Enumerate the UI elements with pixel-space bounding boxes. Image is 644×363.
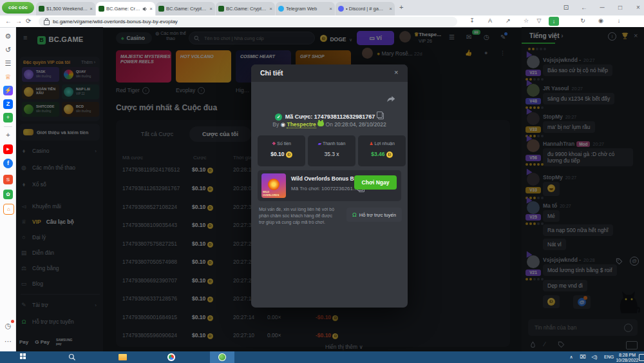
live-support-button[interactable]: Ω Hỗ trợ trực tuyến: [346, 208, 402, 222]
tab-close-icon[interactable]: ×: [269, 6, 272, 12]
tray-chevron-icon[interactable]: ∧: [567, 353, 576, 362]
bcgame-favicon: [218, 6, 224, 12]
coin-icon: Ð: [386, 152, 393, 158]
profit-icon: ♟: [369, 141, 373, 146]
facebook-icon[interactable]: f: [3, 159, 13, 168]
crown-bookmark-icon[interactable]: ♕: [3, 72, 13, 82]
cart-app-icon[interactable]: ⌂: [3, 204, 14, 215]
money-icon: ❖: [272, 141, 276, 146]
pip-icon[interactable]: ⊡: [559, 0, 573, 15]
settings-gear-icon[interactable]: ⚙: [3, 32, 13, 41]
share-bet-icon[interactable]: [386, 95, 395, 103]
chrome-icon[interactable]: [167, 353, 175, 361]
stat-profit: ♟ Lợi nhuận $3.46 Ð: [358, 135, 406, 166]
clock[interactable]: 8:28 PM10/28/2022: [616, 353, 639, 363]
frog-badge-icon: [317, 121, 324, 126]
bet-datetime: 20:28:04, 28/10/2022: [334, 121, 386, 128]
game-card: WILD OVERLORDS Wild Overlords Bonus Buy …: [258, 170, 401, 201]
reload-icon[interactable]: ⟳: [26, 17, 31, 25]
game-thumbnail[interactable]: WILD OVERLORDS: [261, 173, 286, 198]
tab-close-icon[interactable]: ×: [149, 6, 153, 12]
browser-tab-3[interactable]: BC.Game: Crypto Casino Gan ×: [156, 2, 215, 15]
page-url: bc.game/vi/game/wild-overlords-bonus-buy…: [53, 19, 178, 25]
browser-tab-5[interactable]: Telegram Web ×: [276, 2, 335, 15]
start-button[interactable]: [18, 353, 27, 362]
play-now-button[interactable]: Chơi Ngay: [354, 175, 397, 190]
copy-icon[interactable]: [378, 113, 384, 119]
shield-icon[interactable]: ▽: [535, 17, 544, 24]
tab-close-icon[interactable]: ×: [90, 6, 93, 12]
modal-bet-id: 1747938112632981767: [314, 113, 375, 120]
headset-icon: Ω: [352, 211, 357, 218]
shopee-icon[interactable]: S: [3, 175, 13, 184]
game-title: Wild Overlords Bonus Buy: [291, 175, 353, 182]
browser-tab-1[interactable]: $1,500 Weekend Evoplay Mu ×: [36, 2, 95, 15]
lock-icon: [44, 20, 50, 25]
browser-tab-6[interactable]: • Discord | # games | BC G ×: [336, 2, 395, 15]
profile-icon[interactable]: ◉: [596, 17, 605, 24]
save-page-icon[interactable]: ↧: [468, 17, 477, 24]
wallet-icon: ▰: [318, 141, 321, 146]
person-icon: ◉: [281, 121, 285, 128]
tab-close-icon[interactable]: ×: [329, 6, 332, 12]
verified-check-icon: ✓: [275, 113, 282, 121]
action-center-icon[interactable]: [639, 354, 644, 361]
support-note: Mọi vấn đề, xin vui lòng liên hệ với bộ …: [259, 206, 336, 226]
zalo-icon[interactable]: Z: [3, 99, 13, 109]
maximize-button[interactable]: □: [613, 0, 627, 15]
close-button[interactable]: ×: [631, 0, 644, 15]
downloads-tray-icon[interactable]: ↓: [614, 17, 623, 24]
coccoc-icon[interactable]: [218, 353, 226, 361]
back-icon[interactable]: ←: [5, 17, 12, 25]
add-shortcut-icon[interactable]: +: [3, 130, 13, 140]
notification-bell-icon[interactable]: ◷: [3, 321, 13, 331]
bet-author-row: By ◉ Thespectre On 20:28:04, 28/10/2022: [251, 121, 408, 128]
translate-icon[interactable]: A: [486, 17, 495, 24]
stat-payout: ▰ Thanh toán 35.3 x: [308, 135, 355, 166]
game-id: 10072236261...: [321, 186, 357, 191]
tab-close-icon[interactable]: ×: [389, 6, 392, 12]
youtube-icon[interactable]: ▶: [3, 144, 13, 154]
taskbar-search-icon[interactable]: [68, 353, 76, 361]
coccoc-logo[interactable]: cốc cốc: [2, 2, 34, 14]
telegram-favicon: [278, 6, 284, 12]
forward-icon[interactable]: →: [15, 17, 22, 25]
input-language[interactable]: ENG: [604, 355, 614, 360]
player-link[interactable]: Thespectre: [287, 121, 316, 128]
volume-icon[interactable]: ◁): [590, 353, 599, 362]
browser-tab-4[interactable]: BC.Game: Crypto Casino Gan ×: [216, 2, 275, 15]
minimize-button[interactable]: ─: [595, 0, 609, 15]
windows-taskbar: [0, 351, 644, 363]
browser-tab-2-active[interactable]: BC.Game: Crypto Casino ×: [96, 2, 155, 15]
network-icon[interactable]: ⌧: [578, 353, 587, 362]
sidebar-toggle-icon[interactable]: ←: [577, 0, 591, 15]
file-explorer-icon[interactable]: [118, 354, 127, 360]
gamepad-icon[interactable]: +: [3, 113, 13, 123]
rail-divider: [4, 126, 12, 127]
tab-close-icon[interactable]: ×: [209, 6, 213, 12]
history-icon[interactable]: ↺: [3, 45, 13, 55]
url-field[interactable]: bc.game/vi/game/wild-overlords-bonus-buy…: [39, 17, 457, 26]
browser-tabstrip: cốc cốc $1,500 Weekend Evoplay Mu × BC.G…: [0, 0, 644, 15]
discord-favicon: [338, 6, 344, 12]
bookmark-star-icon[interactable]: ☆: [522, 17, 531, 24]
bet-id-row: ✓ Mã Cược: 1747938112632981767: [251, 110, 408, 121]
share-icon[interactable]: ↗: [504, 17, 513, 24]
bet-details-modal: Chi tiết × ✓ Mã Cược: 174793811263298176…: [251, 64, 408, 308]
more-options-icon[interactable]: ⋯: [3, 337, 13, 346]
tab-audio-icon[interactable]: [142, 6, 147, 12]
sync-icon[interactable]: ↻: [578, 17, 587, 24]
download-active-icon[interactable]: ↓: [549, 17, 559, 26]
notification-dot: [11, 320, 14, 323]
bcgame-favicon: [158, 6, 164, 12]
reading-list-icon[interactable]: ☰: [3, 59, 13, 68]
modal-close-icon[interactable]: ×: [394, 68, 398, 76]
messenger-icon[interactable]: ⚡: [3, 86, 13, 95]
screen: cốc cốc $1,500 Weekend Evoplay Mu × BC.G…: [0, 0, 644, 363]
bcgame-favicon: [99, 6, 104, 12]
green-app-icon[interactable]: ✿: [3, 190, 13, 199]
coin-icon: Ð: [286, 152, 292, 158]
bcgame-favicon: [39, 6, 44, 12]
new-tab-button[interactable]: +: [399, 3, 403, 11]
stat-amount: ❖ Số tiền $0.10 Ð: [258, 135, 305, 166]
